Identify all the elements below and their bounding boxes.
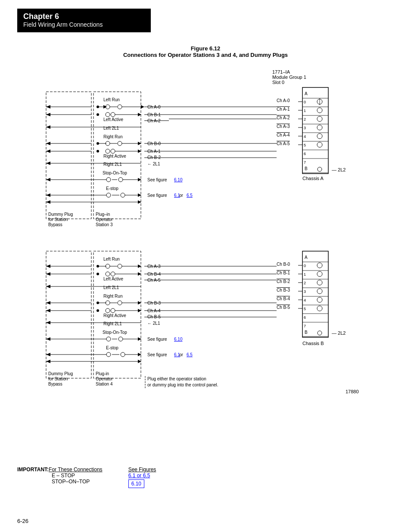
svg-text:Module Group 1: Module Group 1 [272,75,306,80]
svg-text:Left Active: Left Active [103,117,124,122]
svg-text:Operator: Operator [96,376,113,381]
svg-text:Right Active: Right Active [103,154,126,159]
svg-text:6: 6 [304,152,306,156]
svg-point-152 [317,297,322,302]
important-section: IMPORTANT:For These Connections E – STOP… [17,467,394,488]
svg-marker-109 [46,193,50,197]
figure-title: Figure 6.12 Connections for Operator Sta… [17,45,394,58]
svg-marker-74 [46,125,50,129]
chapter-title: Chapter 6 [23,12,145,21]
chapter-header: Chapter 6 Field Wiring Arm Connections [17,9,151,32]
svg-text:6.5: 6.5 [187,352,193,357]
svg-text:7: 7 [304,160,306,165]
svg-point-78 [118,141,122,146]
svg-point-17 [317,125,322,130]
svg-point-161 [318,331,322,335]
svg-point-92 [97,150,99,152]
svg-text:Ch B-5: Ch B-5 [277,305,290,310]
svg-point-233 [118,337,123,341]
svg-text:Bypass: Bypass [48,222,62,227]
svg-point-97 [106,177,111,182]
svg-text:6: 6 [304,315,306,320]
svg-point-20 [317,134,322,139]
svg-marker-82 [46,142,50,145]
svg-marker-95 [46,162,50,165]
svg-text:Ch A-4: Ch A-4 [277,133,290,137]
svg-text:A: A [305,91,308,96]
svg-text:7: 7 [304,324,306,328]
svg-text:Ch A-5: Ch A-5 [277,141,290,146]
svg-text:E-stop: E-stop [106,186,118,191]
main-content: Figure 6.12 Connections for Operator Sta… [17,45,394,488]
svg-point-105 [106,193,111,197]
wiring-diagram: 1771–IA Module Group 1 Slot 0 A 0 1 2 3 [18,66,393,462]
svg-rect-45 [46,92,91,219]
svg-text:5: 5 [304,307,306,311]
svg-marker-101 [46,178,50,181]
svg-point-149 [317,289,322,294]
svg-text:Plug–in: Plug–in [96,212,110,217]
chapter-subtitle: Field Wiring Arm Connections [23,21,145,28]
svg-text:6.10: 6.10 [174,177,183,182]
fig-link-615[interactable]: 6.1 or 6.5 [128,473,150,479]
svg-text:Ch A-2: Ch A-2 [277,115,290,120]
svg-point-241 [121,352,125,357]
svg-point-226 [97,309,99,312]
svg-text:Left Run: Left Run [103,97,120,102]
svg-text:Stop-On-Top: Stop-On-Top [103,171,127,175]
svg-text:B: B [305,166,308,171]
svg-point-83 [97,142,99,145]
svg-text:Left Active: Left Active [103,277,124,281]
svg-point-85 [106,149,110,153]
svg-point-198 [106,272,110,276]
svg-marker-113 [46,200,50,204]
svg-point-143 [317,271,322,277]
svg-marker-204 [46,272,50,276]
svg-point-155 [317,306,322,311]
svg-text:Ch B-0: Ch B-0 [277,262,290,267]
svg-point-199 [111,272,115,276]
svg-rect-3 [302,87,328,174]
svg-text:or dummy plug into the control: or dummy plug into the control panel. [147,383,218,387]
svg-text:1: 1 [304,109,306,113]
svg-marker-70 [46,113,50,116]
svg-text:A: A [305,255,308,260]
svg-point-11 [317,108,322,113]
svg-rect-177 [46,251,91,378]
svg-marker-208 [46,285,50,288]
svg-text:Ch B-4: Ch B-4 [277,296,290,301]
svg-text:Ch B-2: Ch B-2 [277,279,290,284]
svg-point-29 [318,167,322,171]
svg-point-65 [111,112,115,117]
svg-marker-225 [46,309,50,312]
fig-link-610[interactable]: 6.10 [128,479,144,488]
figure-description: Connections for Operator Stations 3 and … [17,52,394,58]
important-content: IMPORTANT:For These Connections E – STOP… [17,467,156,488]
page-number: 6-26 [17,518,28,524]
see-figs-links-1: 6.1 or 6.5 [128,473,156,479]
svg-text:Plug-in: Plug-in [96,371,109,376]
svg-text:17880: 17880 [346,389,359,394]
svg-point-220 [111,308,115,313]
svg-text:Station 4: Station 4 [96,382,113,386]
svg-text:Right Run: Right Run [103,294,122,299]
svg-text:Left 2L1: Left 2L1 [103,285,119,290]
svg-text:Operator: Operator [96,217,113,222]
svg-text:← 2L1: ← 2L1 [147,162,160,166]
diagram-container: 1771–IA Module Group 1 Slot 0 A 0 1 2 3 [18,66,393,462]
svg-point-56 [118,105,122,109]
svg-marker-63 [103,105,107,109]
svg-text:Left Run: Left Run [103,257,120,261]
svg-point-191 [118,264,122,268]
svg-text:or: or [179,193,184,198]
svg-point-239 [106,352,111,357]
svg-text:Chassis B: Chassis B [302,341,324,346]
svg-text:2: 2 [304,117,306,121]
svg-text:Dummy Plug: Dummy Plug [48,371,73,376]
svg-text:Chassis A: Chassis A [302,176,324,181]
svg-text:Ch B-1: Ch B-1 [277,271,290,275]
svg-text:B: B [305,330,308,335]
svg-text:Right 2L1: Right 2L1 [103,162,122,167]
svg-text:for Station: for Station [48,376,68,381]
svg-text:Right Active: Right Active [103,313,126,318]
